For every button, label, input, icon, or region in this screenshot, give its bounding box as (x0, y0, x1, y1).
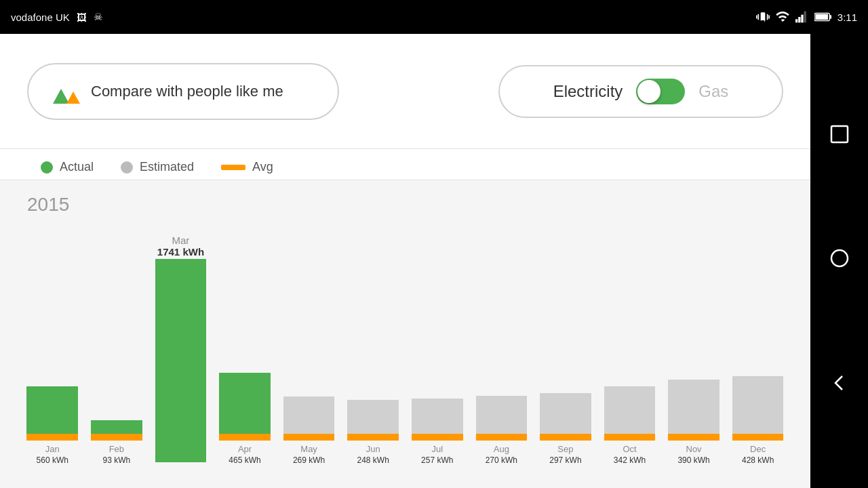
bar-group-oct[interactable]: Oct342 kWh (597, 385, 662, 466)
svg-rect-2 (801, 15, 803, 23)
wifi-icon (775, 12, 790, 22)
bar-fill-dec (732, 376, 784, 441)
bar-bottom-label-oct: Oct342 kWh (614, 443, 646, 465)
year-label: 2015 (14, 194, 797, 216)
avg-line-may (283, 434, 335, 441)
bar-group-nov[interactable]: Nov390 kWh (662, 378, 726, 466)
estimated-dot-icon (121, 161, 133, 174)
square-button[interactable] (829, 123, 850, 150)
svg-rect-3 (804, 12, 806, 23)
bar-bottom-label-jun: Jun248 kWh (357, 443, 389, 465)
toggle-knob (637, 80, 660, 103)
bar-group-jan[interactable]: Jan560 kWh (20, 385, 85, 466)
bar-group-apr[interactable]: Apr465 kWh (213, 371, 277, 466)
bar-fill-may (283, 396, 335, 441)
bar-wrapper-may (283, 396, 335, 441)
toolbar: Compare with people like me Electricity … (0, 34, 810, 149)
bar-wrapper-mar (155, 259, 207, 462)
avg-line-jun (347, 434, 399, 441)
time-label: 3:11 (837, 12, 857, 23)
toggle-electricity-label: Electricity (553, 82, 623, 101)
bar-group-may[interactable]: May269 kWh (277, 395, 341, 466)
nav-buttons (810, 34, 868, 488)
legend-estimated: Estimated (121, 160, 194, 174)
bar-bottom-label-sep: Sep297 kWh (549, 443, 581, 465)
status-bar: vodafone UK 🖼 ☠ 3:11 (0, 0, 868, 34)
bar-wrapper-aug (476, 396, 528, 441)
bar-fill-jun (347, 400, 399, 441)
bar-group-aug[interactable]: Aug270 kWh (469, 394, 534, 466)
bar-wrapper-sep (540, 393, 591, 441)
bar-bottom-label-dec: Dec428 kWh (742, 443, 774, 465)
bar-top-label-mar: Mar1741 kWh (157, 235, 204, 258)
status-bar-right: 3:11 (756, 10, 857, 24)
compare-label: Compare with people like me (91, 83, 283, 100)
bar-wrapper-jul (412, 399, 463, 441)
bar-group-feb[interactable]: Feb93 kWh (85, 419, 149, 466)
status-bar-left: vodafone UK 🖼 ☠ (11, 11, 102, 23)
bar-wrapper-jan (26, 386, 78, 441)
bar-fill-feb (91, 420, 142, 441)
vibrate-icon (756, 10, 770, 24)
android-icon: ☠ (94, 11, 102, 23)
avg-line-icon (221, 165, 245, 170)
bar-wrapper-nov (668, 380, 719, 441)
bar-group-jul[interactable]: Jul257 kWh (405, 397, 469, 466)
actual-dot-icon (41, 161, 53, 174)
compare-button[interactable]: Compare with people like me (27, 63, 339, 120)
bar-bottom-label-apr: Apr465 kWh (229, 443, 260, 465)
avg-line-jul (412, 434, 463, 441)
bars-container: Jan560 kWhFeb93 kWhMar1741 kWhApr465 kWh… (14, 222, 797, 466)
actual-label: Actual (60, 160, 94, 174)
carrier-label: vodafone UK (11, 12, 70, 23)
bar-fill-jul (412, 399, 463, 441)
svg-rect-1 (798, 17, 800, 22)
bar-group-jun[interactable]: Jun248 kWh (341, 399, 406, 466)
bar-bottom-label-jan: Jan560 kWh (37, 443, 68, 465)
estimated-label: Estimated (140, 160, 194, 174)
bar-fill-oct (604, 386, 656, 441)
legend-actual: Actual (41, 160, 94, 174)
bar-fill-apr (219, 373, 271, 441)
bar-bottom-label-may: May269 kWh (293, 443, 325, 465)
bar-fill-aug (476, 396, 528, 441)
bar-bottom-label-feb: Feb93 kWh (103, 443, 131, 465)
toggle-container: Electricity Gas (498, 65, 783, 118)
bar-fill-jan (26, 386, 78, 441)
toggle-gas-label: Gas (698, 82, 728, 101)
svg-rect-7 (831, 126, 848, 142)
photo-icon: 🖼 (77, 12, 87, 23)
signal-icon (795, 11, 809, 23)
bar-fill-nov (668, 380, 719, 441)
avg-line-feb (91, 434, 142, 441)
svg-rect-5 (815, 14, 828, 20)
bar-bottom-label-jul: Jul257 kWh (421, 443, 453, 465)
bar-bottom-label-aug: Aug270 kWh (486, 443, 517, 465)
svg-rect-6 (829, 15, 831, 19)
electricity-gas-toggle[interactable] (636, 79, 685, 104)
bar-group-dec[interactable]: Dec428 kWh (726, 375, 790, 466)
compare-icon (53, 79, 80, 104)
bar-wrapper-apr (219, 373, 271, 441)
avg-label: Avg (252, 160, 273, 174)
home-button[interactable] (829, 247, 850, 274)
main-content: Compare with people like me Electricity … (0, 34, 810, 488)
bar-group-sep[interactable]: Sep297 kWh (534, 392, 598, 466)
bar-fill-sep (540, 393, 591, 441)
avg-line-dec (732, 434, 784, 441)
bar-wrapper-oct (604, 386, 656, 441)
avg-line-oct (604, 434, 656, 441)
bar-fill-mar (155, 259, 207, 462)
avg-line-jan (26, 434, 78, 441)
battery-icon (814, 12, 832, 22)
avg-line-sep (540, 434, 591, 441)
bar-wrapper-feb (91, 420, 142, 441)
svg-rect-0 (795, 19, 797, 22)
bar-group-mar[interactable]: Mar1741 kWh (149, 235, 213, 466)
bar-wrapper-dec (732, 376, 784, 441)
bar-wrapper-jun (347, 400, 399, 441)
back-button[interactable] (829, 372, 850, 399)
legend-avg: Avg (221, 160, 273, 174)
avg-line-apr (219, 434, 271, 441)
avg-line-nov (668, 434, 719, 441)
